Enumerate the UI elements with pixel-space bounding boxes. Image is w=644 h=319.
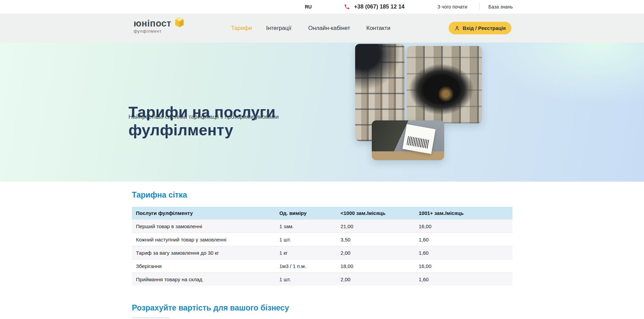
column-header-service: Послуги фулфілменту [132,207,279,220]
price-over-1001-cell: 1,60 [419,246,512,259]
page-subtitle: Найпростіша система тарифікації з прозор… [128,114,279,120]
price-under-1000-cell: 3,50 [341,233,419,246]
login-register-label: Вхід / Реєстрація [463,25,506,31]
column-header-over-1001: 1001+ зам./місяць [419,207,512,220]
logo[interactable]: юніпост фулфілмент [134,19,188,34]
phone-icon [344,4,350,10]
service-cell: Тариф за вагу замовлення до 30 кг [132,246,279,259]
shipping-label-printer-photo [372,120,444,160]
shipping-label [402,124,436,154]
table-row: Зберігання 1м3 / 1 п.м. 18,00 16,00 [132,259,512,273]
service-cell: Перший товар в замовленні [132,220,279,233]
barcode-graphic [407,136,430,149]
price-under-1000-cell: 21,00 [341,220,419,233]
logo-cube-icon [174,17,185,28]
topbar-link-knowledge-base[interactable]: База знань [488,0,513,14]
table-row: Перший товар в замовленні 1 зам. 21,00 1… [132,220,512,233]
below-fold-element-edge [132,317,170,318]
unit-cell: 1 шт. [279,233,341,246]
service-cell: Зберігання [132,259,279,273]
service-cell: Приймання товару на склад [132,273,279,286]
table-row: Тариф за вагу замовлення до 30 кг 1 кг 2… [132,246,512,259]
nav-item-tariffs[interactable]: Тарифи [231,14,252,43]
unit-cell: 1 кг [279,246,341,259]
price-under-1000-cell: 2,00 [341,246,419,259]
topbar-divider [479,3,480,11]
tariffs-page: { "page": { "title": "Тарифи на послуги … [0,0,644,319]
column-header-under-1000: <1000 зам./місяць [341,207,419,220]
hero-section: Тарифи на послугифулфілменту Найпростіша… [0,43,644,182]
language-selector[interactable]: RU [305,0,312,14]
site-header: юніпост фулфілмент Тарифи Інтеграції Онл… [0,14,644,43]
price-under-1000-cell: 18,00 [341,259,419,273]
nav-item-online-cabinet[interactable]: Онлайн-кабінет [308,14,350,43]
table-header-row: Послуги фулфілменту Од. виміру <1000 зам… [132,207,512,220]
top-bar: RU +38 (067) 185 12 14 З чого почати Баз… [0,0,644,14]
unit-cell: 1 зам. [279,220,341,233]
phone-number: +38 (067) 185 12 14 [354,4,404,10]
unit-cell: 1 шт. [279,273,341,286]
login-register-button[interactable]: Вхід / Реєстрація [449,22,511,34]
nav-item-contacts[interactable]: Контакти [366,14,390,43]
service-cell: Кожний наступний товар у замовленні [132,233,279,246]
price-over-1001-cell: 16,00 [419,259,512,273]
nav-item-integrations[interactable]: Інтеграції [266,14,292,43]
logo-tagline: фулфілмент [134,29,188,34]
unit-cell: 1м3 / 1 п.м. [279,259,341,273]
topbar-link-getting-started[interactable]: З чого почати [437,0,467,14]
pricing-table: Послуги фулфілменту Од. виміру <1000 зам… [132,207,512,286]
price-over-1001-cell: 1,60 [419,273,512,286]
calculator-section-title: Розрахуйте вартість для вашого бізнесу [132,303,289,313]
black-package-handling-photo [407,46,482,123]
phone-link[interactable]: +38 (067) 185 12 14 [344,0,404,14]
table-row: Приймання товару на склад 1 шт. 2,00 1,6… [132,273,512,286]
price-under-1000-cell: 2,00 [341,273,419,286]
price-over-1001-cell: 16,00 [419,220,512,233]
column-header-unit: Од. виміру [279,207,341,220]
price-over-1001-cell: 1,60 [419,233,512,246]
page-title: Тарифи на послугифулфілменту [128,103,319,139]
pricing-section-title: Тарифна сітка [132,190,187,200]
user-icon [454,26,460,31]
table-row: Кожний наступний товар у замовленні 1 шт… [132,233,512,246]
